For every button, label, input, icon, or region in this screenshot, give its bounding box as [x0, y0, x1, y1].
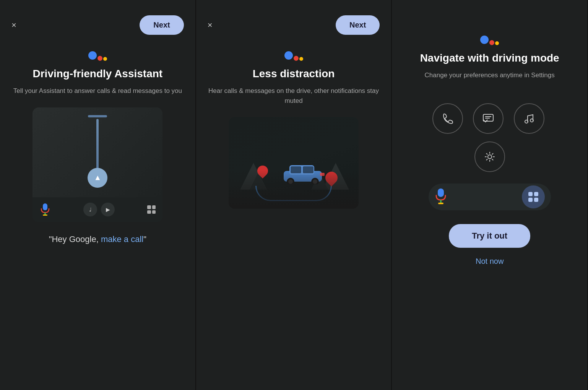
svg-rect-19 [440, 200, 442, 203]
hey-google-prefix: "Hey Google, [49, 234, 101, 244]
phone-icon [432, 103, 463, 134]
panel-navigate: Navigate with driving mode Change your p… [392, 0, 588, 390]
navigation-arrow [88, 168, 107, 188]
mini-controls: ♩ ▶ [83, 203, 115, 216]
music-ctrl: ♩ [83, 203, 97, 216]
map-route [96, 119, 99, 169]
road-surface [229, 171, 359, 209]
hey-google-suffix: " [143, 234, 146, 244]
svg-rect-18 [438, 188, 444, 197]
message-icon [473, 103, 504, 134]
google-dot-blue-1 [88, 51, 97, 60]
icon-grid-row2 [432, 141, 547, 172]
next-button-2[interactable]: Next [336, 15, 380, 35]
google-logo-3 [480, 34, 499, 45]
google-dot-red-1 [97, 56, 102, 61]
google-dot-red-2 [294, 56, 299, 61]
panel1-desc: Tell your Assistant to answer calls & re… [13, 86, 182, 96]
google-dot-yellow-2 [299, 57, 303, 61]
panel2-header: × Next [208, 15, 380, 35]
google-dot-yellow-1 [103, 57, 107, 61]
icon-grid-row1 [432, 103, 547, 134]
apps-grid-icon [528, 192, 538, 202]
panel2-title: Less distraction [253, 68, 335, 80]
hey-google-highlight: make a call [101, 234, 143, 244]
illustration-driving: ♩ ▶ [32, 107, 162, 222]
svg-rect-0 [43, 203, 47, 210]
panel-driving-assistant: × Next Driving-friendly Assistant Tell y… [0, 0, 196, 390]
panel3-title: Navigate with driving mode [420, 52, 559, 64]
panel1-title: Driving-friendly Assistant [32, 68, 162, 80]
svg-point-17 [488, 155, 492, 159]
settings-icon [474, 141, 505, 172]
svg-rect-20 [438, 203, 443, 204]
panel3-desc: Change your preferences anytime in Setti… [425, 70, 555, 80]
google-logo-1 [88, 50, 107, 61]
panel1-header: × Next [11, 15, 184, 35]
google-logo-2 [284, 50, 303, 61]
grid-icon [147, 205, 156, 214]
play-ctrl: ▶ [101, 203, 115, 216]
google-dot-blue-2 [284, 51, 293, 60]
apps-button[interactable] [522, 185, 545, 208]
hey-google-text: "Hey Google, make a call" [49, 234, 146, 244]
next-button-1[interactable]: Next [140, 15, 184, 35]
panel2-desc: Hear calls & messages on the drive, othe… [208, 86, 380, 106]
google-dot-yellow-3 [495, 41, 499, 45]
close-button-2[interactable]: × [208, 21, 213, 29]
icon-section [432, 103, 547, 184]
mic-icon [39, 204, 51, 215]
svg-rect-2 [43, 214, 47, 216]
assistant-mic [435, 188, 450, 205]
panel-less-distraction: × Next Less distraction Hear calls & mes… [196, 0, 392, 390]
google-dot-red-3 [489, 40, 494, 45]
close-button-1[interactable]: × [11, 21, 16, 29]
google-dot-blue-3 [480, 36, 489, 44]
music-icon [514, 103, 544, 134]
assistant-bar [429, 184, 551, 210]
bottom-bar: ♩ ▶ [32, 197, 162, 222]
not-now-button[interactable]: Not now [476, 257, 504, 266]
illustration-distraction [229, 117, 359, 209]
try-button[interactable]: Try it out [449, 224, 530, 248]
